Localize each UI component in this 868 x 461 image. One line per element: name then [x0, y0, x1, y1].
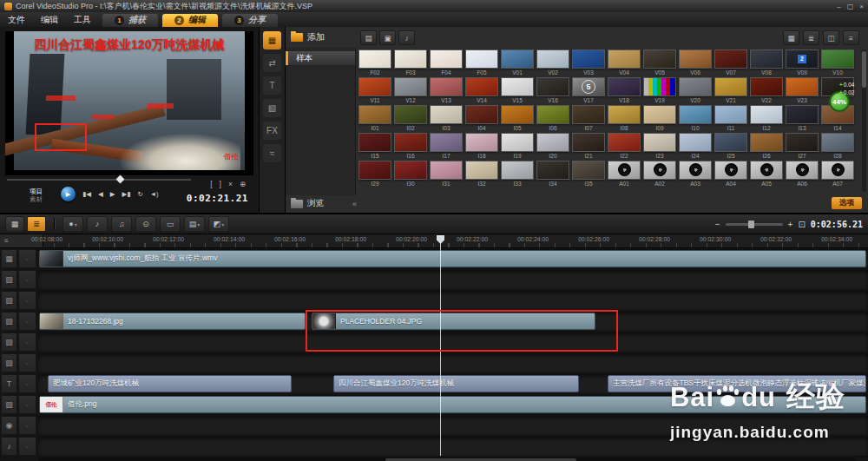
menu-item-0[interactable]: 文件 — [0, 14, 33, 26]
show-photos-icon[interactable]: ▣ — [379, 30, 396, 45]
library-thumb-A06[interactable] — [786, 161, 819, 180]
track-toggle[interactable]: ▫ — [18, 416, 36, 435]
track-toggle[interactable]: ▫ — [18, 249, 36, 268]
panel-tab-filter-icon[interactable]: FX — [263, 122, 281, 140]
library-thumb-V06[interactable] — [679, 49, 712, 69]
step-tab-1[interactable]: 1捕获 — [102, 14, 158, 27]
library-thumb-I10[interactable] — [679, 105, 712, 124]
library-thumb-V22[interactable] — [750, 77, 783, 96]
scrollbar-thumb[interactable] — [862, 51, 866, 88]
timeline-view-button[interactable]: ≣ — [27, 216, 46, 232]
track-toggle[interactable]: ▫ — [18, 312, 36, 331]
transport-next-frame-button[interactable]: ▶ — [110, 190, 115, 198]
library-thumb-V19[interactable] — [643, 77, 676, 96]
preview-timecode[interactable]: 0:02:21.21 — [187, 193, 248, 204]
library-thumb-V03[interactable] — [572, 49, 605, 69]
library-thumb-V21[interactable] — [714, 77, 747, 96]
timeline-horizontal-scrollbar[interactable] — [38, 458, 856, 461]
track-toggle[interactable]: ▫ — [18, 270, 36, 289]
library-thumb-I17[interactable] — [430, 133, 463, 152]
browse-button[interactable]: 浏览 — [291, 198, 324, 209]
track-icon-music[interactable]: ♪ — [1, 437, 17, 456]
library-thumb-V07[interactable] — [714, 49, 747, 69]
mark-out-button[interactable]: ] — [220, 180, 221, 188]
zoom-in-button[interactable]: + — [788, 220, 793, 229]
show-audio-icon[interactable]: ♪ — [398, 30, 415, 45]
preview-video[interactable]: 四川合江蜀鑫煤业120万吨洗煤机械 佰伦 — [5, 31, 253, 175]
library-thumb-I28[interactable] — [821, 133, 854, 152]
transport-home-button[interactable]: ▮◀ — [82, 190, 91, 198]
library-thumb-A04[interactable] — [714, 161, 747, 180]
track-icon-overlay[interactable]: ▧ — [1, 270, 17, 289]
library-thumb-V18[interactable] — [608, 77, 641, 96]
library-thumb-I18[interactable] — [465, 133, 498, 152]
library-thumb-I30[interactable] — [394, 161, 427, 180]
mode-clip[interactable]: 素材 — [30, 195, 43, 203]
track-toggle[interactable]: ▫ — [18, 374, 36, 393]
track-icon-overlay[interactable]: ▧ — [1, 353, 17, 372]
track-icon-overlay[interactable]: ▧ — [1, 395, 17, 414]
library-thumb-I21[interactable] — [572, 133, 605, 152]
library-thumb-A05[interactable] — [750, 161, 783, 180]
zoom-slider-thumb[interactable] — [748, 221, 754, 228]
library-thumb-A02[interactable] — [643, 161, 676, 180]
timeline-ruler[interactable]: ≡ 00:02:08:0000:02:10:0000:02:12:0000:02… — [0, 234, 868, 248]
menu-item-2[interactable]: 工具 — [66, 14, 99, 26]
show-videos-icon[interactable]: ▤ — [360, 30, 377, 45]
library-thumb-F03[interactable] — [394, 49, 427, 69]
library-thumb-A01[interactable] — [608, 161, 641, 180]
record-capture-button[interactable]: ●▾ — [62, 216, 83, 232]
library-thumb-I05[interactable] — [501, 105, 534, 124]
library-thumb-V10[interactable] — [821, 49, 854, 69]
motion-tracking-button[interactable]: ⊙ — [135, 216, 156, 232]
library-thumb-V13[interactable] — [430, 77, 463, 96]
step-tab-3[interactable]: 3分享 — [222, 14, 278, 27]
library-thumb-I35[interactable] — [572, 161, 605, 180]
transport-repeat-button[interactable]: ↻ — [137, 190, 142, 198]
library-thumb-I31[interactable] — [430, 161, 463, 180]
library-thumb-I06[interactable] — [536, 105, 569, 124]
library-thumb-I09[interactable] — [643, 105, 676, 124]
project-duration[interactable]: 0:02:56.21 — [811, 220, 863, 229]
library-thumb-V02[interactable] — [536, 49, 569, 69]
options-button[interactable]: 选项 — [832, 197, 862, 209]
step-tab-2[interactable]: 2编辑 — [162, 14, 218, 27]
sound-mixer-button[interactable]: ♪ — [87, 216, 108, 232]
panel-tab-media-icon[interactable]: ▦ — [263, 31, 281, 49]
library-thumb-I15[interactable] — [358, 133, 391, 152]
zoom-out-button[interactable]: − — [715, 220, 720, 229]
library-thumb-I33[interactable] — [501, 161, 534, 180]
enlarge-preview-button[interactable]: ⊕ — [240, 180, 246, 188]
library-menu-icon[interactable]: ≡ — [843, 30, 859, 45]
library-thumb-I04[interactable] — [465, 105, 498, 124]
library-thumb-I19[interactable] — [501, 133, 534, 152]
transport-prev-frame-button[interactable]: ◀ — [98, 190, 103, 198]
track-bed-overlay-2[interactable] — [38, 291, 868, 311]
track-toggle[interactable]: ▫ — [18, 353, 36, 372]
zoom-slider[interactable] — [726, 223, 783, 226]
folder-item-sample[interactable]: 样本 — [286, 51, 355, 65]
library-thumb-A07[interactable] — [821, 161, 854, 180]
library-thumb-V11[interactable] — [358, 77, 391, 96]
track-toggle[interactable]: ▫ — [18, 333, 36, 352]
library-thumb-V14[interactable] — [465, 77, 498, 96]
clip-title-0[interactable]: 肥城矿业120万吨洗煤机械 — [48, 375, 292, 392]
track-icon-overlay[interactable]: ▧ — [1, 333, 17, 352]
mode-project[interactable]: 项目 — [30, 188, 43, 195]
maximize-button[interactable]: ▢ — [847, 3, 854, 10]
track-icon-voice[interactable]: ◉ — [1, 416, 17, 435]
library-thumb-I01[interactable] — [358, 105, 391, 124]
library-thumb-V08[interactable] — [750, 49, 783, 69]
library-thumb-V17[interactable]: 5 — [572, 77, 605, 96]
close-button[interactable]: × — [859, 3, 864, 10]
track-icon-overlay[interactable]: ▧ — [1, 291, 17, 310]
library-thumb-I27[interactable] — [786, 133, 819, 152]
library-thumb-I03[interactable] — [430, 105, 463, 124]
library-thumb-V16[interactable] — [536, 77, 569, 96]
menu-item-1[interactable]: 编辑 — [33, 14, 66, 26]
clip-overlay-3-0[interactable]: 18-17132268.jpg — [39, 313, 306, 330]
library-thumb-A03[interactable] — [679, 161, 712, 180]
panel-tab-title-icon[interactable]: T — [263, 76, 281, 95]
add-folder-button[interactable]: 添加 — [291, 31, 325, 43]
transport-play-button[interactable]: ▶ — [61, 187, 76, 201]
